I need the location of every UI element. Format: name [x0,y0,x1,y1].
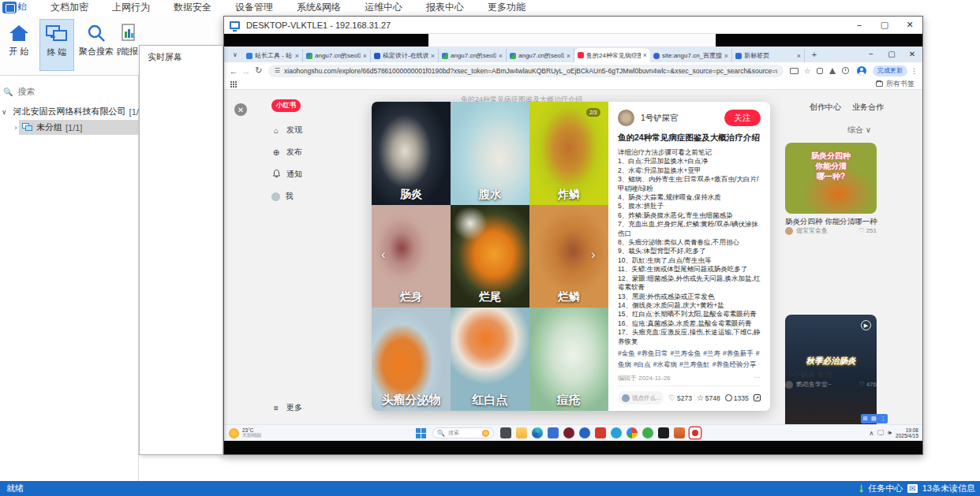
ribbon-start-button[interactable]: 开 始 [2,19,36,71]
tab4-close-icon[interactable]: × [499,52,503,60]
taskbar-icon-files[interactable] [500,427,511,438]
author-name[interactable]: 1号铲屎官 [641,113,679,124]
ribbon-search-button[interactable]: 聚合搜索 [79,19,114,71]
taskbar-icon-active-red[interactable] [690,427,701,438]
author-avatar[interactable] [618,110,634,126]
xiaohongshu-logo[interactable]: 小红书 [271,99,301,112]
card1-author[interactable]: 倔宝宝金鱼 [796,226,828,235]
hashtag[interactable]: #养鱼经验分享 [713,360,757,368]
browser-menu-kebab-icon[interactable]: ⋮ [911,67,918,75]
menu-tab-device-mgmt[interactable]: 设备管理 [234,0,275,17]
hashtag[interactable]: #兰寿金鱼 [670,349,701,357]
taskbar-icon-app-teal[interactable] [611,427,622,438]
unread-messages-button[interactable]: 13条未读信息 [922,483,975,494]
remote-window-titlebar[interactable]: DESKTOP-VLKTLE1 - 192.168.31.27 − ▢ ✕ [224,17,922,34]
search-input[interactable] [17,87,112,96]
grid-cell-ascites[interactable]: 腹水 [451,102,529,205]
browser-tab-4[interactable]: angu7.cn的seo综合查询 × [439,49,507,62]
grid-cell-wen-secretion[interactable]: 头瘤分泌物 [372,308,451,411]
card2-author-avatar[interactable] [785,381,793,389]
taskbar-icon-office[interactable] [579,427,590,438]
menu-tab-data-security[interactable]: 数据安全 [172,0,213,17]
note-close-icon[interactable]: ✕ [234,103,247,116]
apps-grid-icon[interactable] [230,81,237,88]
tab1-close-icon[interactable]: × [295,52,299,60]
finish-update-button[interactable]: 完成更新 [873,65,907,76]
browser-tab-6-active[interactable]: 鱼的24种常见病症图谱 × [574,48,650,62]
tab-share-icon[interactable] [790,68,799,74]
tab2-close-icon[interactable]: × [363,52,367,60]
like-button[interactable]: ♡5273 [668,393,692,402]
browser-maximize-button[interactable]: ▢ [881,47,902,61]
reload-icon[interactable]: ↻ [252,65,265,76]
grid-cell-pinecone[interactable]: 炸鳞 [529,102,608,205]
taskbar-clock[interactable]: 19:08 2025/4/15 [896,427,918,439]
history-clock-icon[interactable] [842,67,849,74]
experiments-flask-icon[interactable] [829,68,836,74]
xhs-nav-me[interactable]: 我 [271,191,294,202]
hashtag[interactable]: #金鱼 [618,349,635,357]
taskbar-icon-explorer[interactable] [516,427,527,438]
chevron-right-icon[interactable]: › [13,124,19,132]
menu-item-live-screen[interactable]: 实时屏幕 [140,46,223,69]
creator-center-link[interactable]: 创作中心 [810,102,841,113]
card2-title[interactable]: 小小肠炎 拿捏 [785,370,832,380]
card2-like[interactable]: ♡476 [858,381,877,388]
comment-button[interactable]: 1335 [725,394,749,402]
business-coop-link[interactable]: 业务合作 [852,102,884,113]
browser-minimize-button[interactable]: − [861,47,881,61]
tab7-close-icon[interactable]: × [724,52,728,60]
tab8-close-icon[interactable]: × [797,52,801,60]
taskbar-search[interactable]: 🔍 搜索 [432,427,494,438]
profile-avatar-icon[interactable] [857,66,866,76]
browser-tab-7[interactable]: site:angu7.cn_百度搜索 × [650,49,732,62]
browser-tab-2[interactable]: angu7.cn的seo综合查询 × [303,49,371,62]
tree-node-company[interactable]: ∨ 河北安固云网络科技有限公司 [1/1] [2,104,140,119]
menu-tab-web-behavior[interactable]: 上网行为 [110,0,151,17]
site-settings-icon[interactable]: ☰ [275,67,280,74]
task-center-button[interactable]: 任务中心 [868,483,903,494]
browser-close-button[interactable]: ✕ [902,47,922,61]
xhs-nav-notifications[interactable]: 通知 [271,169,302,180]
carousel-next-icon[interactable]: › [591,247,596,263]
remote-maximize-button[interactable]: ▢ [872,17,897,34]
hashtag[interactable]: #养鱼日常 [638,349,668,357]
browser-tab-3[interactable]: 稿定设计-在线设计平台 × [371,49,439,62]
overlay-mini-toolbar[interactable]: ⊞ ▤ ⋮ [861,414,888,423]
download-arrow-icon[interactable]: ⭣ [859,483,864,494]
tab6-close-icon[interactable]: × [643,51,647,59]
browser-tab-1[interactable]: 站长工具 - 站长之家 × [243,49,303,62]
menu-tab-report-center[interactable]: 报表中心 [425,0,466,17]
remote-minimize-button[interactable]: − [847,17,872,34]
taskbar-icon-app-black[interactable] [658,427,669,438]
back-icon[interactable]: ← [227,66,240,76]
comment-input[interactable]: 说点什么... [618,391,664,405]
xhs-nav-publish[interactable]: ⊕发布 [271,147,302,158]
menu-tab-doc-encrypt[interactable]: 文档加密 [49,0,90,17]
share-icon[interactable]: ↗ [754,394,761,401]
remote-desktop-window[interactable]: DESKTOP-VLKTLE1 - 192.168.31.27 − ▢ ✕ ∨ … [223,16,923,455]
tray-expand-icon[interactable]: ∧ [869,430,873,437]
sort-filter-dropdown[interactable]: 综合 ∨ [847,125,871,136]
remote-close-button[interactable]: ✕ [897,17,922,34]
grid-cell-tail-rot[interactable]: 烂尾 [451,205,529,308]
carousel-prev-icon[interactable]: ‹ [381,247,386,263]
xhs-nav-more[interactable]: ≡更多 [271,402,302,413]
menu-tab-system-network[interactable]: 系统&网络 [295,0,342,17]
browser-tab-5[interactable]: angu7.cn的seo综合查询 × [507,49,574,62]
tray-display-icon[interactable]: 🖵 [877,429,884,437]
sidebar-search[interactable]: 🔍 [0,84,139,99]
tab5-close-icon[interactable]: × [567,52,570,60]
forward-icon[interactable]: → [240,66,252,76]
hashtag[interactable]: #兰寿 [703,349,720,357]
card1-author-avatar[interactable] [785,227,793,235]
hashtag[interactable]: #兰寿鱼缸 [679,360,710,368]
taskbar-icon-edge[interactable] [532,427,543,438]
tab-search-chevron-icon[interactable]: ∨ [229,48,241,61]
bookmark-star-icon[interactable]: ☆ [804,67,810,75]
grid-cell-scale-rot[interactable]: 烂鳞 [529,205,608,308]
xhs-nav-discover[interactable]: ⌂发现 [271,125,302,136]
card2-author[interactable]: 鹦鹉鱼学堂~ [796,380,832,389]
grid-cell-red-white-spot[interactable]: 红白点 [451,308,529,411]
hashtag[interactable]: #水霉病 [653,360,677,368]
